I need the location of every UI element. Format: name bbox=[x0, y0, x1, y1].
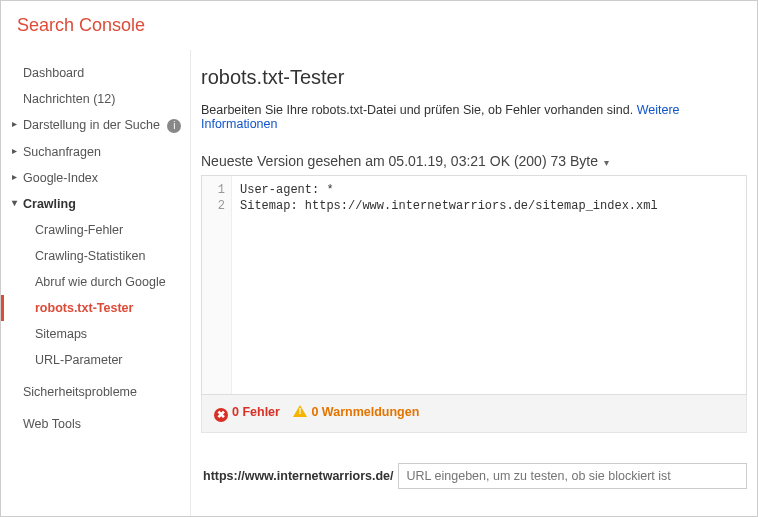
url-test-input[interactable] bbox=[398, 463, 747, 489]
warning-icon bbox=[293, 405, 307, 417]
sidebar-item-url-parameter[interactable]: URL-Parameter bbox=[1, 347, 190, 373]
url-tester: https://www.internetwarriors.de/ bbox=[201, 463, 747, 489]
sidebar-item-messages[interactable]: Nachrichten (12) bbox=[1, 86, 190, 112]
main-content: robots.txt-Tester Bearbeiten Sie Ihre ro… bbox=[191, 50, 757, 517]
editor-gutter: 12 bbox=[202, 176, 232, 394]
sidebar-item-security[interactable]: Sicherheitsprobleme bbox=[1, 379, 190, 405]
app-header: Search Console bbox=[1, 1, 757, 50]
sidebar-item-robots-txt-tester[interactable]: robots.txt-Tester bbox=[1, 295, 190, 321]
sidebar-item-crawling-stats[interactable]: Crawling-Statistiken bbox=[1, 243, 190, 269]
chevron-down-icon: ▾ bbox=[604, 157, 609, 168]
sidebar-item-google-index[interactable]: Google-Index bbox=[1, 165, 190, 191]
sidebar-item-sitemaps[interactable]: Sitemaps bbox=[1, 321, 190, 347]
intro-text: Bearbeiten Sie Ihre robots.txt-Datei und… bbox=[201, 103, 747, 131]
sidebar-item-search-queries[interactable]: Suchanfragen bbox=[1, 139, 190, 165]
sidebar-item-crawling-errors[interactable]: Crawling-Fehler bbox=[1, 217, 190, 243]
page-title: robots.txt-Tester bbox=[201, 66, 747, 89]
sidebar-item-web-tools[interactable]: Web Tools bbox=[1, 411, 190, 437]
info-icon: i bbox=[167, 119, 181, 133]
sidebar-item-crawling-fetch[interactable]: Abruf wie durch Google bbox=[1, 269, 190, 295]
sidebar-item-dashboard[interactable]: Dashboard bbox=[1, 60, 190, 86]
code-line-1: User-agent: * bbox=[240, 183, 334, 197]
sidebar: Dashboard Nachrichten (12) Darstellung i… bbox=[1, 50, 191, 517]
code-line-2: Sitemap: https://www.internetwarriors.de… bbox=[240, 199, 658, 213]
warning-label: 0 Warnmeldungen bbox=[311, 405, 419, 419]
error-icon: ✖ bbox=[214, 408, 228, 422]
version-label: Neueste Version gesehen am 05.01.19, 03:… bbox=[201, 153, 598, 169]
robots-editor[interactable]: 12 User-agent: * Sitemap: https://www.in… bbox=[201, 175, 747, 395]
sidebar-item-label: Darstellung in der Suche bbox=[23, 118, 160, 132]
sidebar-crawling-children: Crawling-Fehler Crawling-Statistiken Abr… bbox=[1, 217, 190, 373]
warning-count: 0 Warnmeldungen bbox=[293, 405, 419, 419]
editor-code[interactable]: User-agent: * Sitemap: https://www.inter… bbox=[232, 176, 746, 394]
error-label: 0 Fehler bbox=[232, 405, 280, 419]
sidebar-item-appearance[interactable]: Darstellung in der Suche i bbox=[1, 112, 190, 139]
version-dropdown[interactable]: Neueste Version gesehen am 05.01.19, 03:… bbox=[201, 151, 747, 171]
error-count: ✖0 Fehler bbox=[214, 405, 283, 419]
app-container: Dashboard Nachrichten (12) Darstellung i… bbox=[1, 50, 757, 517]
intro-body: Bearbeiten Sie Ihre robots.txt-Datei und… bbox=[201, 103, 637, 117]
app-logo[interactable]: Search Console bbox=[17, 15, 145, 35]
status-bar: ✖0 Fehler 0 Warnmeldungen bbox=[201, 395, 747, 433]
url-prefix: https://www.internetwarriors.de/ bbox=[201, 463, 398, 489]
sidebar-item-crawling[interactable]: Crawling bbox=[1, 191, 190, 217]
